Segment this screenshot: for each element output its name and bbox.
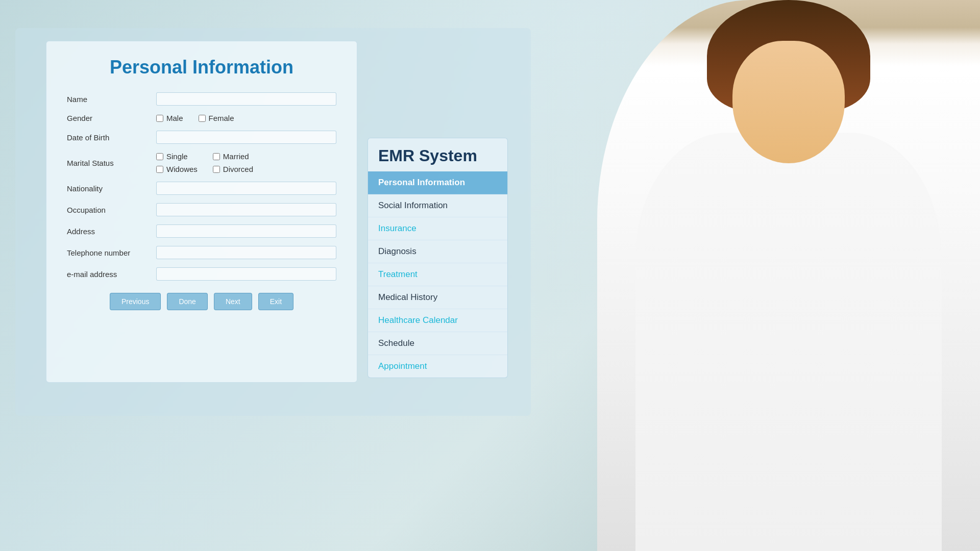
- marital-widowes-checkbox[interactable]: [156, 166, 163, 173]
- emr-menu-social-information[interactable]: Social Information: [368, 194, 507, 217]
- doctor-silhouette: [597, 0, 980, 551]
- form-buttons: Previous Done Next Exit: [67, 293, 336, 310]
- gender-female[interactable]: Female: [199, 114, 234, 122]
- emr-title: EMR System: [368, 138, 507, 171]
- telephone-label: Telephone number: [67, 248, 146, 257]
- email-row: e-mail address: [67, 267, 336, 281]
- marital-single[interactable]: Single: [156, 152, 198, 161]
- marital-divorced[interactable]: Divorced: [213, 165, 254, 173]
- occupation-row: Occupation: [67, 203, 336, 216]
- emr-menu-appointment[interactable]: Appointment: [368, 355, 507, 378]
- form-title: Personal Information: [67, 57, 336, 78]
- gender-male-checkbox[interactable]: [156, 115, 163, 122]
- marital-widowes-label: Widowes: [166, 165, 198, 173]
- gender-female-label: Female: [209, 114, 234, 122]
- email-label: e-mail address: [67, 270, 146, 279]
- address-row: Address: [67, 224, 336, 238]
- gender-options: Male Female: [156, 114, 234, 122]
- name-input[interactable]: [156, 92, 336, 106]
- marital-single-checkbox[interactable]: [156, 153, 163, 160]
- name-label: Name: [67, 95, 146, 104]
- previous-button[interactable]: Previous: [110, 293, 161, 310]
- occupation-input[interactable]: [156, 203, 336, 216]
- emr-menu-treatment[interactable]: Treatment: [368, 263, 507, 286]
- personal-info-form: Personal Information Name Gender Male Fe…: [46, 41, 357, 383]
- done-button[interactable]: Done: [167, 293, 207, 310]
- telephone-input[interactable]: [156, 246, 336, 259]
- marital-married-label: Married: [223, 152, 249, 161]
- marital-single-label: Single: [166, 152, 188, 161]
- address-input[interactable]: [156, 224, 336, 238]
- emr-menu-diagnosis[interactable]: Diagnosis: [368, 240, 507, 263]
- doctor-area: [521, 0, 980, 551]
- name-row: Name: [67, 92, 336, 106]
- doctor-face: [732, 41, 845, 163]
- address-label: Address: [67, 227, 146, 236]
- marital-married-checkbox[interactable]: [213, 153, 220, 160]
- next-button[interactable]: Next: [214, 293, 252, 310]
- occupation-label: Occupation: [67, 206, 146, 214]
- emr-menu-personal-information[interactable]: Personal Information: [368, 171, 507, 194]
- emr-menu-healthcare-calendar[interactable]: Healthcare Calendar: [368, 309, 507, 332]
- marital-row: Marital Status Single Married Widowes Di…: [67, 152, 336, 173]
- gender-label: Gender: [67, 114, 146, 122]
- dob-input[interactable]: [156, 131, 336, 144]
- nationality-label: Nationality: [67, 184, 146, 193]
- nationality-input[interactable]: [156, 182, 336, 195]
- nationality-row: Nationality: [67, 182, 336, 195]
- doctor-coat: [635, 133, 942, 551]
- marital-married[interactable]: Married: [213, 152, 254, 161]
- marital-label: Marital Status: [67, 159, 146, 167]
- gender-female-checkbox[interactable]: [199, 115, 206, 122]
- emr-panel: EMR System Personal Information Social I…: [368, 138, 508, 378]
- gender-male[interactable]: Male: [156, 114, 183, 122]
- emr-menu-medical-history[interactable]: Medical History: [368, 286, 507, 309]
- dob-label: Date of Birth: [67, 133, 146, 142]
- email-input[interactable]: [156, 267, 336, 281]
- marital-divorced-checkbox[interactable]: [213, 166, 220, 173]
- marital-divorced-label: Divorced: [223, 165, 253, 173]
- dob-row: Date of Birth: [67, 131, 336, 144]
- marital-options: Single Married Widowes Divorced: [156, 152, 254, 173]
- gender-male-label: Male: [166, 114, 183, 122]
- gender-row: Gender Male Female: [67, 114, 336, 122]
- telephone-row: Telephone number: [67, 246, 336, 259]
- marital-widowes[interactable]: Widowes: [156, 165, 198, 173]
- emr-menu-insurance[interactable]: Insurance: [368, 217, 507, 240]
- exit-button[interactable]: Exit: [258, 293, 293, 310]
- emr-menu-schedule[interactable]: Schedule: [368, 332, 507, 355]
